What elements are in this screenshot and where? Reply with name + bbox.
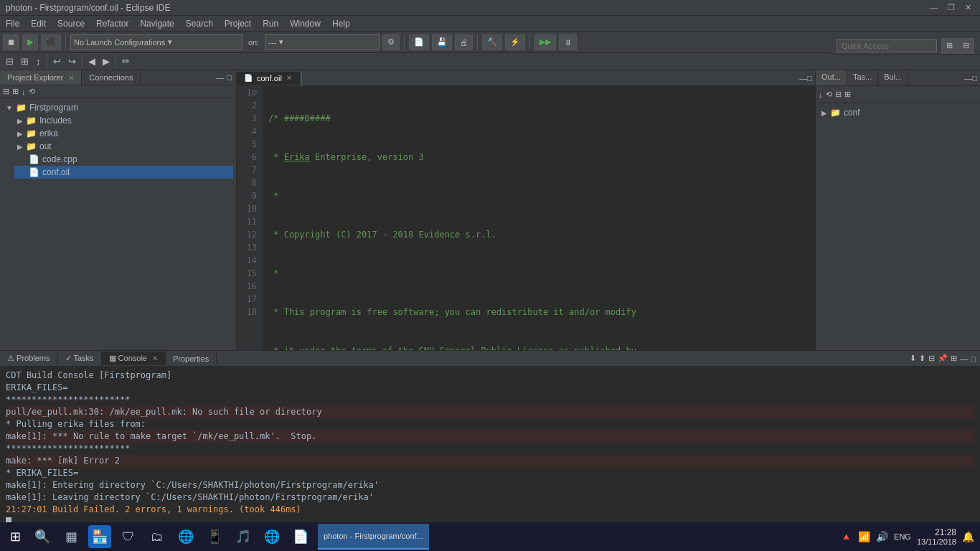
rp-tool4[interactable]: ⊞: [844, 90, 851, 99]
launch-config-dropdown[interactable]: No Launch Configurations ▾: [70, 34, 242, 50]
tree-item-erika[interactable]: ▶ 📁 erika: [14, 127, 233, 140]
editor-max-btn[interactable]: □: [807, 74, 812, 83]
quick-access-input[interactable]: [837, 39, 937, 52]
tb2-btn2[interactable]: ⊞: [18, 55, 32, 68]
rp-tool2[interactable]: ⟲: [826, 90, 832, 99]
perspective2[interactable]: ⊟: [958, 38, 974, 54]
sidebar-tool3[interactable]: ↓: [22, 88, 26, 96]
clock[interactable]: 21:28 13/11/2018: [917, 527, 956, 546]
taskbar-search-icon[interactable]: 🔍: [31, 525, 54, 548]
console-up-btn[interactable]: ⬆: [919, 354, 925, 363]
taskbar-icon-folder[interactable]: 🗂: [146, 525, 169, 548]
new-button[interactable]: 📄: [409, 34, 429, 50]
notification-icon[interactable]: 🔔: [962, 531, 974, 542]
tb2-btn1[interactable]: ⊟: [3, 55, 17, 68]
bottom-tab-properties[interactable]: Properties: [166, 352, 217, 365]
play-green[interactable]: ▶▶: [534, 34, 556, 50]
rp-tab-build[interactable]: Bui...: [878, 70, 908, 85]
sidebar-tab-connections[interactable]: Connections: [82, 70, 141, 85]
sidebar-tool4[interactable]: ⟲: [29, 87, 35, 96]
save-button[interactable]: 💾: [432, 34, 452, 50]
editor-min-btn[interactable]: —: [799, 74, 807, 83]
bottom-tab-problems[interactable]: ⚠ Problems: [0, 352, 58, 365]
tree-item-includes[interactable]: ▶ 📁 Includes: [14, 114, 233, 127]
sidebar-tab-project-explorer[interactable]: Project Explorer ✕: [0, 70, 82, 85]
tb2-pencil[interactable]: ✏: [119, 55, 133, 68]
console-clear-btn[interactable]: ⬇: [910, 354, 916, 363]
minimize-button[interactable]: —: [927, 3, 941, 12]
on-dropdown[interactable]: --- ▾: [265, 34, 380, 50]
taskbar-icon-security[interactable]: 🛡: [117, 525, 140, 548]
taskbar-icon-app2[interactable]: 🎵: [232, 525, 255, 548]
bottom-tab-console[interactable]: ▦ Console ✕: [102, 352, 166, 365]
menu-item-refactor[interactable]: Refactor: [90, 17, 134, 30]
tool2[interactable]: ⚡: [505, 34, 525, 50]
menu-item-search[interactable]: Search: [180, 17, 219, 30]
perspective1[interactable]: ⊞: [941, 38, 958, 54]
language-label[interactable]: ENG: [894, 532, 911, 541]
volume-icon[interactable]: 🔊: [876, 531, 888, 542]
taskbar-active-app[interactable]: photon - Firstprogram/conf...: [318, 524, 429, 550]
taskbar-task-view-icon[interactable]: ▦: [60, 525, 83, 548]
menu-item-project[interactable]: Project: [219, 17, 257, 30]
config-button[interactable]: ⚙: [382, 34, 400, 50]
console-stop-btn[interactable]: ⊟: [928, 354, 935, 363]
taskbar-icon-pdf[interactable]: 📄: [289, 525, 312, 548]
debug-button[interactable]: ⬛: [41, 34, 61, 50]
menu-item-file[interactable]: File: [0, 17, 25, 30]
sidebar-minimize-btn[interactable]: —: [216, 73, 224, 82]
taskbar-icon-app1[interactable]: 📱: [203, 525, 226, 548]
rp-tab-tasks[interactable]: Tas...: [847, 70, 878, 85]
close-button[interactable]: ✕: [962, 3, 974, 12]
maximize-button[interactable]: ❐: [945, 3, 958, 12]
editor-content[interactable]: 1⊟ 2 3 4 5 6 7 8 9 10 11 12 13 14 15 16: [237, 86, 815, 350]
editor-tab-label: conf.oil: [257, 74, 282, 83]
tb2-prev[interactable]: ◀: [85, 55, 98, 68]
console-copy-btn[interactable]: ⊞: [951, 354, 957, 363]
rp-tab-outline[interactable]: Out...: [816, 70, 847, 85]
sidebar-tab-close[interactable]: ✕: [68, 74, 74, 82]
editor-file-icon: 📄: [244, 74, 253, 82]
rp-max-btn[interactable]: □: [972, 74, 977, 83]
pause-button[interactable]: ⏸: [559, 34, 577, 50]
tb2-next[interactable]: ▶: [100, 55, 113, 68]
console-max-btn[interactable]: □: [971, 354, 976, 363]
menu-item-navigate[interactable]: Navigate: [134, 17, 179, 30]
sidebar-maximize-btn[interactable]: □: [227, 73, 232, 82]
menu-item-source[interactable]: Source: [52, 17, 90, 30]
tb2-redo[interactable]: ↪: [65, 55, 79, 68]
console-min-btn[interactable]: —: [960, 354, 968, 363]
stop-button[interactable]: ◼: [3, 34, 19, 50]
tb2-btn3[interactable]: ↕: [33, 55, 44, 68]
rp-tree-item-conf[interactable]: ▶ 📁 conf: [819, 106, 977, 119]
sidebar-tool1[interactable]: ⊟: [3, 87, 9, 96]
tree-item-code-cpp[interactable]: 📄 code.cpp: [14, 153, 233, 166]
print-button[interactable]: 🖨: [455, 34, 473, 50]
tool1[interactable]: 🔨: [482, 34, 502, 50]
taskbar-icon-chrome[interactable]: 🌐: [174, 525, 197, 548]
run-button[interactable]: ▶: [22, 34, 38, 50]
rp-tool3[interactable]: ⊟: [835, 90, 842, 99]
editor-tab-conf-oil[interactable]: 📄 conf.oil ✕: [237, 72, 300, 85]
ln-6: 6: [242, 151, 257, 164]
bottom-tab-tasks[interactable]: ✓ Tasks: [58, 352, 102, 365]
console-tab-close[interactable]: ✕: [152, 354, 158, 362]
rp-tool1[interactable]: ↓: [819, 90, 823, 99]
start-button[interactable]: ⊞: [6, 526, 25, 547]
editor-tab-close[interactable]: ✕: [286, 74, 292, 82]
menu-item-run[interactable]: Run: [257, 17, 284, 30]
console-pin-btn[interactable]: 📌: [938, 354, 948, 363]
tree-item-conf-oil[interactable]: 📄 conf.oil: [14, 166, 233, 179]
menu-item-help[interactable]: Help: [326, 17, 356, 30]
network-icon[interactable]: 🔺: [840, 531, 852, 542]
tree-root-firstprogram[interactable]: ▼ 📁 Firstprogram: [3, 101, 233, 114]
tree-item-out[interactable]: ▶ 📁 out: [14, 140, 233, 153]
taskbar-icon-store[interactable]: 🏪: [88, 525, 111, 548]
sidebar-tool2[interactable]: ⊞: [12, 87, 19, 96]
taskbar-icon-eclipse[interactable]: 🌐: [260, 525, 283, 548]
menu-item-edit[interactable]: Edit: [25, 17, 52, 30]
rp-min-btn[interactable]: —: [964, 74, 972, 83]
menu-item-window[interactable]: Window: [284, 17, 326, 30]
tb2-undo[interactable]: ↩: [50, 55, 64, 68]
wifi-icon[interactable]: 📶: [858, 531, 870, 542]
